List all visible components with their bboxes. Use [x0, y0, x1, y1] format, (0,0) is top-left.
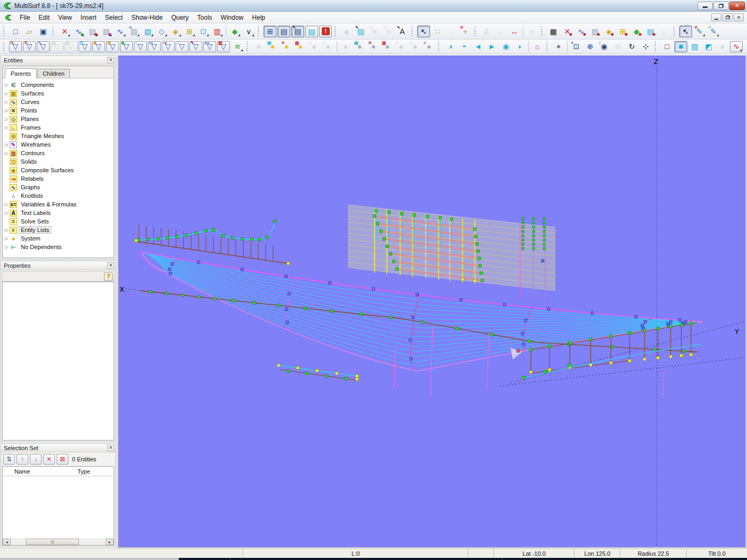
toolbar-grip[interactable] — [541, 27, 545, 36]
pan-view-button[interactable]: ⊹ — [639, 41, 652, 52]
view-perspective-button[interactable]: ◉ — [499, 41, 512, 52]
drag-curve-button[interactable]: ∿ — [575, 26, 587, 37]
select-from-list-button[interactable]: ▤↖ — [354, 26, 367, 37]
tree-item-entity-lists[interactable]: ▷≡Entity Lists — [4, 226, 114, 234]
hide-points-button[interactable]: ●✕ — [367, 41, 380, 52]
view-stern-button[interactable]: ◗ — [513, 41, 526, 52]
probe-button[interactable]: ⌖ — [552, 41, 565, 52]
insert-surface-button[interactable]: ▨ — [86, 26, 99, 37]
toolbar-grip[interactable] — [3, 42, 7, 51]
save-file-button[interactable]: ▣ — [37, 26, 50, 37]
view-home-button[interactable]: ⌂ — [531, 41, 544, 52]
tree-item-composite-surfaces[interactable]: ◈Composite Surfaces — [4, 166, 114, 174]
rotate-view-button[interactable]: ↻ — [625, 41, 638, 52]
sel-move-down-button[interactable]: ↓ — [30, 454, 42, 465]
sel-remove-button[interactable]: ✕ — [43, 454, 55, 465]
expand-arrow-icon[interactable]: ▷ — [4, 117, 10, 122]
column-type[interactable]: Type — [77, 468, 90, 475]
pointer-mode-button[interactable]: ↖ — [417, 26, 430, 37]
measure-offset-button[interactable]: ↔ — [508, 26, 521, 37]
scroll-left-icon[interactable]: ◄ — [3, 539, 11, 545]
display-wireframe-button[interactable]: □ — [661, 41, 673, 52]
toolbar-grip[interactable] — [3, 27, 7, 36]
document-logo-icon[interactable] — [4, 14, 12, 21]
tree-item-graphs[interactable]: ∿Graphs — [4, 183, 114, 191]
pick-arrow-button[interactable]: ↖ — [679, 26, 692, 37]
restore-button[interactable] — [713, 2, 729, 10]
tree-item-relabels[interactable]: ↝Relabels — [4, 174, 114, 183]
close-button[interactable]: ✕ — [729, 2, 745, 10]
filter-planes-button[interactable]: ▽◆ — [120, 41, 133, 52]
grid-toggle-button[interactable]: ▦ — [547, 26, 560, 37]
view-starboard-button[interactable]: ► — [486, 41, 498, 52]
tree-item-solids[interactable]: ⊡Solids — [4, 157, 114, 166]
new-file-button[interactable]: □ — [9, 26, 22, 37]
menu-file[interactable]: File — [15, 12, 34, 23]
expand-arrow-icon[interactable]: ▷ — [4, 125, 10, 130]
menu-window[interactable]: Window — [217, 12, 248, 23]
tree-item-frames[interactable]: ▷∟Frames — [4, 123, 114, 132]
selection-list[interactable] — [2, 476, 114, 538]
display-hidden-line-button[interactable]: ▧ — [688, 41, 701, 52]
zoom-window-button[interactable]: ⊡+ — [570, 41, 583, 52]
window-properties-button[interactable]: ▤↓ — [305, 26, 318, 37]
drag-entity-list-button[interactable]: ▤ — [644, 26, 657, 37]
drag-composite-button[interactable]: ◈ — [602, 26, 615, 37]
toolbar-grip[interactable] — [546, 42, 550, 51]
menu-help[interactable]: Help — [248, 12, 269, 23]
display-graph-button[interactable]: ∿ — [730, 41, 743, 52]
insert-curve-button[interactable]: ∿ — [72, 26, 85, 37]
menu-query[interactable]: Query — [167, 12, 193, 23]
tree-item-surfaces[interactable]: ▷▨Surfaces — [4, 89, 114, 98]
insert-contours-button[interactable]: ▥ — [211, 26, 224, 37]
toolbar-grip[interactable] — [411, 27, 415, 36]
snap-grid-button[interactable]: ∷ — [431, 26, 444, 37]
view-bow-button[interactable]: ◑ — [444, 41, 457, 52]
mdi-restore-button[interactable] — [722, 13, 733, 21]
show-points-button[interactable]: ●✕ — [280, 41, 293, 52]
toolbar-grip[interactable] — [673, 27, 677, 36]
window-errors-button[interactable]: ! — [319, 26, 332, 37]
insert-surface-edge-button[interactable]: ◇ — [155, 26, 168, 37]
drag-mesh-button[interactable]: ⊞ — [616, 26, 629, 37]
drag-plane-button[interactable]: ◆ — [630, 26, 643, 37]
expand-arrow-icon[interactable]: ▷ — [4, 83, 10, 87]
expand-arrow-icon[interactable]: ▷ — [4, 142, 10, 147]
entities-close-icon[interactable]: ✕ — [107, 57, 114, 63]
filter-text-button[interactable]: ▽✎ — [189, 41, 202, 52]
zoom-in-button[interactable]: ⊕ — [584, 41, 597, 52]
hide-entities-list-button[interactable]: ●▤ — [353, 41, 366, 52]
properties-close-icon[interactable]: ✕ — [107, 262, 114, 269]
tree-item-curves[interactable]: ▷∿Curves — [4, 98, 114, 106]
display-quick-shade-button[interactable]: ◩ — [702, 41, 715, 52]
insert-solid-button[interactable]: ⊡ — [197, 26, 210, 37]
display-shaded-button[interactable]: ■ — [674, 41, 687, 52]
window-description-button[interactable]: ▤ — [277, 26, 290, 37]
tree-item-triangle-meshes[interactable]: ⊞Triangle Meshes — [4, 132, 114, 140]
viewport-3d[interactable]: Z X Y — [118, 55, 747, 548]
tree-item-components[interactable]: ▷∈Components — [4, 81, 114, 89]
insert-more-button[interactable]: ∨ — [242, 26, 255, 37]
show-contours-button[interactable]: ●▥ — [294, 41, 307, 52]
insert-point-button[interactable]: ✕ — [58, 26, 71, 37]
view-port-button[interactable]: ◄ — [472, 41, 484, 52]
tablet-x-button[interactable]: ✎✕ — [693, 26, 706, 37]
filter-variables-button[interactable]: ▽x= — [203, 41, 216, 52]
menu-view[interactable]: View — [54, 12, 76, 23]
toolbar-grip[interactable] — [655, 42, 658, 51]
expand-arrow-icon[interactable]: ▷ — [4, 236, 10, 241]
title-bar[interactable]: MultiSurf 8.8 - [ sk75-29.ms2:4] ✕ — [0, 0, 747, 12]
insert-surface-cyan-button[interactable]: ▧ — [141, 26, 154, 37]
selection-set-close-icon[interactable]: ✕ — [107, 445, 114, 451]
show-entities-list-button[interactable]: ●▤ — [266, 41, 279, 52]
hide-contours-button[interactable]: ●▥ — [381, 41, 394, 52]
mdi-close-button[interactable]: ✕ — [734, 13, 744, 21]
sel-reorder-button[interactable]: ⇅ — [3, 454, 15, 465]
expand-arrow-icon[interactable]: ▷ — [4, 100, 10, 105]
open-file-button[interactable]: ▱ — [23, 26, 36, 37]
menu-insert[interactable]: Insert — [76, 12, 101, 23]
sel-clear-button[interactable]: ⊠ — [57, 454, 68, 465]
window-selection-button[interactable]: ▤↖ — [291, 26, 304, 37]
column-name[interactable]: Name — [3, 468, 77, 475]
drag-surface-button[interactable]: ▨ — [589, 26, 601, 37]
